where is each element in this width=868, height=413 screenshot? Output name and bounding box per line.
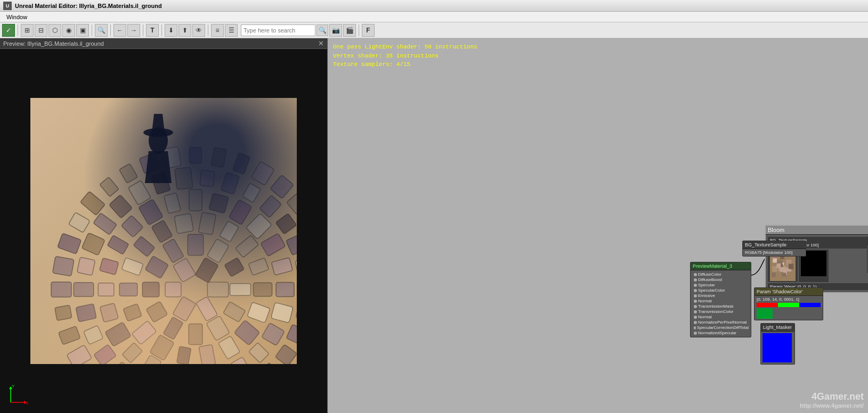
screenshot-button[interactable]: 📷 xyxy=(329,24,342,37)
stone-canvas xyxy=(770,255,796,281)
search-input[interactable] xyxy=(244,27,313,34)
align-right-button[interactable]: ☰ xyxy=(225,24,238,37)
back-button[interactable]: ← xyxy=(113,24,126,37)
menu-window[interactable]: Window xyxy=(2,13,31,21)
node-bloom-title: Bloom xyxy=(766,226,868,235)
preview-panel: Preview: Illyria_BG.Materials.il_ground … xyxy=(0,38,328,413)
port-dot xyxy=(694,326,696,329)
color-strip xyxy=(757,303,821,307)
port-transcolor: TransmissionColor xyxy=(693,309,749,314)
light-masker-thumb xyxy=(762,333,792,362)
status-text: One pass LightEnv shader: 50 instruction… xyxy=(333,43,477,69)
separator-5 xyxy=(161,24,162,36)
port-dot xyxy=(694,316,697,319)
port-norm-spec: NormalizedSpecular xyxy=(693,331,749,335)
node-bloom[interactable]: Bloom BG_TextureSampleRGBA75: [Modulator… xyxy=(765,225,868,293)
node-light-masker[interactable]: Light_Masker xyxy=(760,323,795,365)
port-emissive: Emissive xyxy=(693,293,749,298)
port-dot xyxy=(694,284,697,287)
port-dot xyxy=(694,300,697,303)
blue-strip xyxy=(799,303,821,307)
node-editor[interactable]: One pass LightEnv shader: 50 instruction… xyxy=(328,38,868,413)
port-dot xyxy=(694,273,697,276)
main-area: Preview: Illyria_BG.Materials.il_ground … xyxy=(0,38,868,413)
watermark-brand: 4Gamer.net xyxy=(800,391,864,402)
port-diffuseboost: DiffuseBoost xyxy=(693,277,749,282)
port-diffuse: DiffuseColor xyxy=(693,272,749,277)
port-dot xyxy=(694,321,697,324)
flag-button[interactable]: F xyxy=(362,24,375,37)
port-dot xyxy=(694,310,697,313)
import-button[interactable]: ⬇ xyxy=(165,24,177,37)
video-button[interactable]: 🎬 xyxy=(343,24,356,37)
port-spec-diff: SpecularCorrectionDiffTotal xyxy=(693,325,749,330)
status-line3: Texture samplers: 4/15 xyxy=(333,60,477,69)
status-line1: One pass LightEnv shader: 50 instruction… xyxy=(333,43,477,52)
lit-button[interactable]: ◉ xyxy=(62,24,75,37)
port-dot xyxy=(694,305,697,308)
export-button[interactable]: ⬆ xyxy=(179,24,191,37)
preview-content: X Y xyxy=(0,49,327,413)
shadow-param-title: Param 'ShadowColor' xyxy=(755,288,823,296)
wireframe-button[interactable]: ⬡ xyxy=(48,24,61,37)
preview-button[interactable]: 👁 xyxy=(192,24,205,37)
port-specularcolor: SpecularColor xyxy=(693,288,749,293)
node-material-body: DiffuseColor DiffuseBoost Specular Specu… xyxy=(691,270,751,337)
grid2-button[interactable]: ⊟ xyxy=(35,24,47,37)
app-icon: U xyxy=(3,2,12,10)
port-dot xyxy=(694,278,697,282)
separator-2 xyxy=(92,24,92,36)
svg-text:X: X xyxy=(26,401,29,406)
search-box[interactable] xyxy=(241,24,315,36)
watermark-url: http://www.4gamer.net/ xyxy=(800,402,864,409)
node-bg-texture[interactable]: BG_TextureSample RGBA75 [Modulator 100] xyxy=(742,241,806,257)
svg-text:Y: Y xyxy=(12,384,15,389)
separator-1 xyxy=(18,24,18,36)
status-line2: Vertex shader: 35 instructions xyxy=(333,52,477,61)
separator-3 xyxy=(110,24,111,36)
forward-button[interactable]: → xyxy=(127,24,140,37)
preview-title: Preview: Illyria_BG.Materials.il_ground xyxy=(3,40,104,47)
axis-indicator: X Y xyxy=(5,381,32,408)
apply-button[interactable]: ✓ xyxy=(2,24,15,37)
text-button[interactable]: T xyxy=(146,24,159,37)
node-shadow-param[interactable]: Param 'ShadowColor' [0, 109, 14, 0, 0001… xyxy=(754,287,823,320)
flat-button[interactable]: ▣ xyxy=(76,24,89,37)
search-go-button[interactable]: 🔍 xyxy=(317,24,328,36)
light-masker-title: Light_Masker xyxy=(761,324,794,332)
port-normalize: NormalizePerPixelNormal xyxy=(693,320,749,325)
port-dot xyxy=(694,289,697,292)
menu-bar: Window xyxy=(0,12,868,22)
port-normal: Normal xyxy=(693,299,749,303)
green-strip xyxy=(778,303,799,307)
red-strip xyxy=(757,303,778,307)
add-thumb xyxy=(770,255,796,281)
port-dot xyxy=(694,294,697,298)
window-title: Unreal Material Editor: Illyria_BG.Mater… xyxy=(15,3,162,9)
preview-canvas xyxy=(30,98,297,364)
watermark: 4Gamer.net http://www.4gamer.net/ xyxy=(800,391,864,409)
separator-7 xyxy=(359,24,359,36)
preview-header: Preview: Illyria_BG.Materials.il_ground … xyxy=(0,38,327,49)
grid-button[interactable]: ⊞ xyxy=(21,24,34,37)
port-trans: TransmissionMask xyxy=(693,304,749,309)
separator-6 xyxy=(208,24,208,36)
shadow-color-swatch xyxy=(757,308,773,319)
shadow-param-body: [0, 109, 14, 0, 0001, 1] xyxy=(755,296,823,320)
node-preview-material[interactable]: PreviewMaterial_3 DiffuseColor DiffuseBo… xyxy=(690,262,751,337)
bg-texture-title: BG_TextureSample xyxy=(743,241,806,249)
align-left-button[interactable]: ≡ xyxy=(211,24,224,37)
zoom-button[interactable]: 🔍 xyxy=(95,24,108,37)
port-normal2: Normal xyxy=(693,315,749,319)
separator-4 xyxy=(143,24,143,36)
preview-close-button[interactable]: ✕ xyxy=(318,39,324,47)
toolbar: ✓ ⊞ ⊟ ⬡ ◉ ▣ 🔍 ← → T ⬇ ⬆ 👁 ≡ ☰ 🔍 📷 🎬 F xyxy=(0,22,868,38)
title-bar: U Unreal Material Editor: Illyria_BG.Mat… xyxy=(0,0,868,12)
bg-texture-body: RGBA75 [Modulator 100] xyxy=(743,249,806,256)
port-dot xyxy=(694,332,697,335)
port-specular: Specular xyxy=(693,283,749,287)
node-material-title: PreviewMaterial_3 xyxy=(691,262,751,270)
